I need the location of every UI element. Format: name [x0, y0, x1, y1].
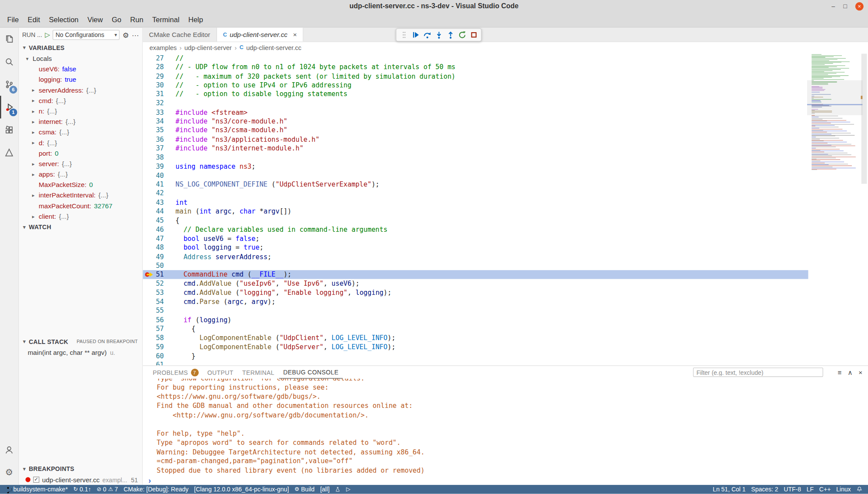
- variables-section-header[interactable]: ▾ VARIABLES: [19, 42, 142, 53]
- continue-button[interactable]: [410, 29, 421, 40]
- code-line[interactable]: 30// - option to use IPv4 or IPv6 addres…: [143, 81, 808, 90]
- encoding-setting[interactable]: UTF-8: [781, 486, 804, 493]
- watch-section-header[interactable]: ▾ WATCH: [19, 221, 142, 232]
- minimap[interactable]: [809, 53, 860, 365]
- maximize-panel-icon[interactable]: ∧: [848, 368, 852, 376]
- code-line[interactable]: 58 LogComponentEnable ("UdpClient", LOG_…: [143, 334, 808, 343]
- cmake-build-button[interactable]: ⚙ Build: [292, 485, 317, 494]
- cursor-position[interactable]: Ln 51, Col 1: [710, 486, 748, 493]
- code-line[interactable]: 45{: [143, 216, 808, 225]
- step-over-button[interactable]: [421, 29, 433, 40]
- code-line[interactable]: 40: [143, 171, 808, 180]
- activity-settings[interactable]: ⚙: [0, 461, 18, 484]
- close-panel-icon[interactable]: ×: [858, 368, 862, 376]
- tab-udp-client-server[interactable]: C udp-client-server.cc ×: [217, 28, 304, 42]
- scrollbar-thumb[interactable]: [861, 53, 867, 184]
- code-line[interactable]: 38: [143, 153, 808, 162]
- toolbar-drag-handle[interactable]: [398, 29, 410, 40]
- menu-go[interactable]: Go: [107, 12, 126, 27]
- cmake-launch-button[interactable]: ▷: [344, 485, 354, 494]
- variable-row[interactable]: ▸internet:{...}: [19, 116, 142, 127]
- breadcrumb-item-folder[interactable]: udp-client-server: [184, 44, 232, 50]
- cmake-status[interactable]: CMake: [Debug]: Ready: [121, 485, 191, 494]
- notifications-button[interactable]: [854, 486, 865, 493]
- close-tab-icon[interactable]: ×: [293, 31, 297, 39]
- indentation-setting[interactable]: Spaces: 2: [748, 486, 781, 493]
- code-line[interactable]: 32: [143, 99, 808, 108]
- code-line[interactable]: 50: [143, 261, 808, 270]
- maximize-icon[interactable]: □: [843, 0, 847, 12]
- git-branch-status[interactable]: ox="0 0 16 16" data-name="branch-icon" d…: [3, 485, 70, 494]
- paused-breakpoint-icon[interactable]: [144, 271, 153, 279]
- console-filter-input[interactable]: [693, 367, 823, 377]
- call-stack-frame[interactable]: main(int argc, char ** argv) u.: [19, 347, 142, 357]
- code-line[interactable]: 55: [143, 306, 808, 315]
- code-editor[interactable]: 27//28// - UDP flow from n0 to n1 of 102…: [143, 53, 868, 365]
- code-line[interactable]: 46 // Declare variables used in command-…: [143, 225, 808, 234]
- activity-source-control[interactable]: 6: [0, 73, 18, 96]
- code-line[interactable]: 44main (int argc, char *argv[]): [143, 207, 808, 216]
- code-line[interactable]: 52 cmd.AddValue ("useIpv6", "Use Ipv6", …: [143, 279, 808, 288]
- menu-help[interactable]: Help: [184, 12, 207, 27]
- code-line[interactable]: 51 CommandLine cmd (__FILE__);: [143, 270, 808, 279]
- code-line[interactable]: 56 if (logging): [143, 315, 808, 324]
- close-window-icon[interactable]: ×: [855, 2, 864, 10]
- stop-button[interactable]: [468, 29, 480, 40]
- tab-problems[interactable]: PROBLEMS 7: [148, 366, 203, 378]
- variable-row[interactable]: ▸interPacketInterval:{...}: [19, 190, 142, 200]
- code-line[interactable]: 59 LogComponentEnable ("UdpServer", LOG_…: [143, 342, 808, 351]
- code-line[interactable]: 37#include "ns3/internet-module.h": [143, 144, 808, 153]
- variable-row[interactable]: logging:true: [19, 74, 142, 85]
- console-input-row[interactable]: ›: [143, 475, 868, 485]
- step-into-button[interactable]: [433, 29, 444, 40]
- variable-row[interactable]: ▸cmd:{...}: [19, 95, 142, 106]
- call-stack-section-header[interactable]: ▾ CALL STACK PAUSED ON BREAKPOINT: [19, 336, 142, 347]
- code-line[interactable]: 47 bool useV6 = false;: [143, 234, 808, 243]
- tab-debug-console[interactable]: DEBUG CONSOLE: [279, 366, 343, 378]
- variable-row[interactable]: ▸apps:{...}: [19, 169, 142, 179]
- editor-scrollbar[interactable]: [860, 53, 868, 365]
- code-line[interactable]: 49 Address serverAddress;: [143, 252, 808, 261]
- cmake-test-button[interactable]: [332, 485, 343, 494]
- restart-button[interactable]: [456, 29, 468, 40]
- variable-row[interactable]: ▸client:{...}: [19, 211, 142, 221]
- breakpoint-checkbox[interactable]: ✓: [33, 477, 39, 483]
- locals-scope-row[interactable]: ▾ Locals: [19, 53, 142, 63]
- breakpoints-section-header[interactable]: ▾ BREAKPOINTS: [19, 463, 142, 474]
- code-line[interactable]: 57 {: [143, 324, 808, 334]
- breakpoint-row[interactable]: ✓ udp-client-server.cc exampl... 51: [19, 474, 142, 485]
- variable-row[interactable]: ▸serverAddress:{...}: [19, 85, 142, 95]
- code-line[interactable]: 54 cmd.Parse (argc, argv);: [143, 297, 808, 307]
- variable-row[interactable]: ▸n:{...}: [19, 106, 142, 116]
- menu-edit[interactable]: Edit: [23, 12, 44, 27]
- cmake-kit[interactable]: [Clang 12.0.0 x86_64-pc-linux-gnu]: [191, 485, 292, 494]
- code-line[interactable]: 39using namespace ns3;: [143, 162, 808, 171]
- breadcrumb-item-examples[interactable]: examples: [150, 44, 177, 50]
- cmake-build-target[interactable]: [all]: [317, 485, 333, 494]
- breadcrumb-item-file[interactable]: udp-client-server.cc: [246, 44, 301, 50]
- sync-status[interactable]: ↻ 0.1↑: [70, 485, 94, 494]
- tab-cmake-cache-editor[interactable]: CMake Cache Editor: [143, 28, 217, 42]
- code-line[interactable]: 60 }: [143, 351, 808, 360]
- language-mode[interactable]: C++: [816, 486, 833, 493]
- gear-icon[interactable]: ⚙: [123, 31, 129, 39]
- menu-run[interactable]: Run: [126, 12, 148, 27]
- remote-os[interactable]: Linux: [834, 486, 854, 493]
- variable-row[interactable]: ▸server:{...}: [19, 158, 142, 169]
- clear-console-icon[interactable]: ≡: [838, 368, 841, 376]
- problems-status[interactable]: ⊘ 0 ⚠ 7: [94, 485, 121, 494]
- step-out-button[interactable]: [444, 29, 456, 40]
- start-debug-icon[interactable]: ▷: [45, 32, 50, 38]
- variable-row[interactable]: MaxPacketSize:0: [19, 179, 142, 190]
- variable-row[interactable]: useV6:false: [19, 63, 142, 74]
- code-line[interactable]: 61: [143, 360, 808, 365]
- menu-view[interactable]: View: [83, 12, 107, 27]
- activity-run-debug[interactable]: 1: [0, 96, 18, 118]
- debug-config-dropdown[interactable]: No Configurations ▾: [53, 30, 120, 40]
- code-line[interactable]: 53 cmd.AddValue ("logging", "Enable logg…: [143, 288, 808, 297]
- minimize-icon[interactable]: –: [831, 0, 835, 12]
- variable-row[interactable]: ▸d:{...}: [19, 137, 142, 148]
- code-line[interactable]: 28// - UDP flow from n0 to n1 of 1024 by…: [143, 63, 808, 72]
- activity-cmake[interactable]: [0, 141, 18, 164]
- code-line[interactable]: 36#include "ns3/applications-module.h": [143, 135, 808, 144]
